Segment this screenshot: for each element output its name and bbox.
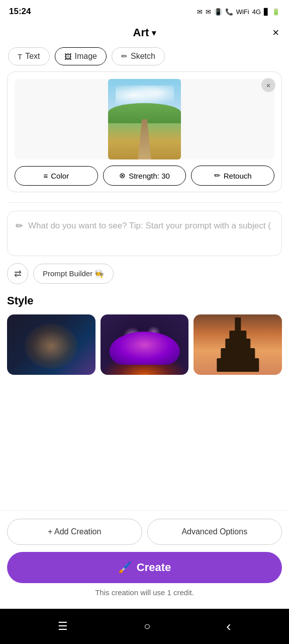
tab-image-label: Image xyxy=(75,52,97,61)
section-divider xyxy=(7,202,282,203)
prompt-card[interactable]: ✏ What do you want to see? Tip: Start yo… xyxy=(7,211,282,256)
bottom-action-row: + Add Creation Advanced Options xyxy=(7,519,282,545)
prompt-builder-label: Prompt Builder 🧑‍🍳 xyxy=(43,269,104,278)
strength-icon: ⊗ xyxy=(119,171,126,180)
color-label: Color xyxy=(51,172,69,180)
prompt-builder-button[interactable]: Prompt Builder 🧑‍🍳 xyxy=(33,264,114,284)
bottom-bar: + Add Creation Advanced Options 🖌️ Creat… xyxy=(0,510,289,609)
shuffle-icon: ⇄ xyxy=(14,268,22,279)
header-title: Art ▾ xyxy=(133,26,156,39)
credit-info-text: This creation will use 1 credit. xyxy=(7,588,282,597)
vibrate-icon: 📳 xyxy=(214,8,222,16)
add-creation-button[interactable]: + Add Creation xyxy=(7,519,142,545)
image-preview xyxy=(15,79,274,159)
spacer xyxy=(0,381,289,510)
image-placeholder xyxy=(15,79,274,159)
signal-icon: ▊ xyxy=(264,8,269,16)
style-section: Style xyxy=(0,294,289,381)
nav-back-icon[interactable]: ‹ xyxy=(226,618,231,634)
wifi-icon: WiFi xyxy=(236,8,249,16)
create-button[interactable]: 🖌️ Create xyxy=(7,552,282,583)
tab-text[interactable]: T Text xyxy=(8,47,50,65)
style-title: Style xyxy=(7,294,282,307)
strength-label: Strength: 30 xyxy=(129,172,170,180)
phone-icon: 📞 xyxy=(225,8,233,16)
nav-menu-icon[interactable]: ☰ xyxy=(58,620,68,633)
tab-image[interactable]: 🖼 Image xyxy=(55,47,107,65)
tab-text-label: Text xyxy=(25,52,40,61)
advanced-options-button[interactable]: Advanced Options xyxy=(147,519,282,545)
close-button[interactable]: × xyxy=(272,26,279,39)
status-icons: ✉ ✉ 📳 📞 WiFi 4G ▊ 🔋 xyxy=(197,8,280,16)
status-time: 15:24 xyxy=(9,7,31,17)
battery-icon: 🔋 xyxy=(272,8,280,16)
prompt-placeholder-text: What do you want to see? Tip: Start your… xyxy=(28,219,271,232)
prompt-edit-icon: ✏ xyxy=(16,220,23,231)
retouch-button[interactable]: ✏ Retouch xyxy=(191,166,274,186)
nav-bar: ☰ ○ ‹ xyxy=(0,609,289,644)
image-tab-icon: 🖼 xyxy=(64,52,72,61)
color-icon: ≡ xyxy=(44,172,48,180)
style-item-fantasy[interactable] xyxy=(101,314,189,375)
email-icon: ✉ xyxy=(197,8,203,16)
create-icon: 🖌️ xyxy=(118,561,132,574)
email2-icon: ✉ xyxy=(206,8,211,16)
style-item-asian[interactable] xyxy=(194,314,282,375)
retouch-label: Retouch xyxy=(224,172,252,180)
pagoda-top xyxy=(235,317,241,332)
strength-button[interactable]: ⊗ Strength: 30 xyxy=(103,166,186,186)
text-tab-icon: T xyxy=(18,52,22,61)
pagoda-tier-1 xyxy=(217,358,259,372)
header: Art ▾ × xyxy=(0,21,289,45)
tab-sketch-label: Sketch xyxy=(131,52,155,61)
style-item-scifi[interactable] xyxy=(7,314,95,375)
network-4g-icon: 4G xyxy=(252,8,261,16)
retouch-icon: ✏ xyxy=(214,171,221,180)
shuffle-button[interactable]: ⇄ xyxy=(7,263,28,284)
tab-sketch[interactable]: ✏ Sketch xyxy=(112,47,165,65)
sketch-tab-icon: ✏ xyxy=(121,52,128,61)
chevron-down-icon[interactable]: ▾ xyxy=(152,28,156,38)
prompt-builder-row: ⇄ Prompt Builder 🧑‍🍳 xyxy=(0,263,289,294)
pagoda-tier-2 xyxy=(221,348,254,360)
title-text: Art xyxy=(133,26,149,39)
image-card: × ≡ Color ⊗ Strength: 30 ✏ Retouch xyxy=(7,71,282,192)
image-action-buttons: ≡ Color ⊗ Strength: 30 ✏ Retouch xyxy=(15,166,274,186)
style-grid xyxy=(7,314,282,375)
status-bar: 15:24 ✉ ✉ 📳 📞 WiFi 4G ▊ 🔋 xyxy=(0,0,289,21)
tab-bar: T Text 🖼 Image ✏ Sketch xyxy=(0,45,289,71)
pagoda-tier-3 xyxy=(225,339,251,350)
pagoda-shape xyxy=(211,317,264,372)
color-button[interactable]: ≡ Color xyxy=(15,166,98,186)
create-label: Create xyxy=(137,561,171,574)
nav-home-icon[interactable]: ○ xyxy=(144,620,150,633)
